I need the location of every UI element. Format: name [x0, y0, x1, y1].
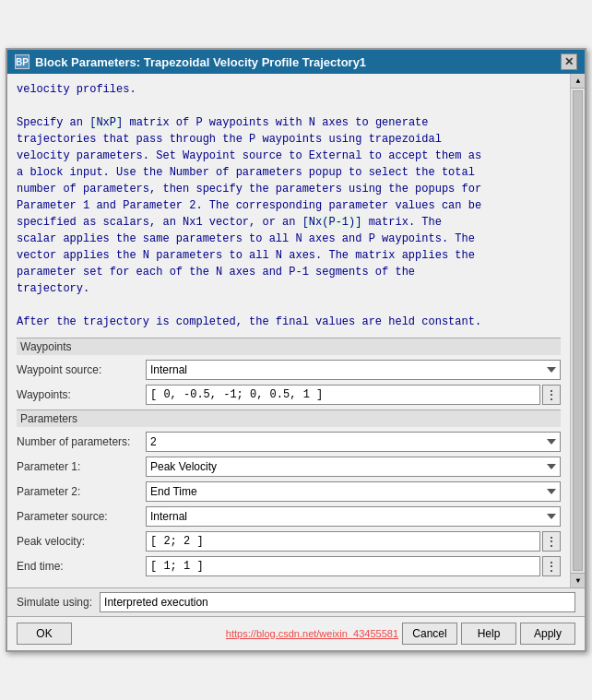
scroll-up-button[interactable]: ▲: [571, 74, 585, 89]
desc-line-2: Specify an [NxP] matrix of P waypoints w…: [17, 114, 561, 131]
main-body: velocity profiles. Specify an [NxP] matr…: [7, 74, 585, 587]
param2-dropdown[interactable]: Peak Velocity End Time: [146, 481, 561, 502]
desc-line-4: velocity parameters. Set Waypoint source…: [17, 148, 561, 164]
peak-velocity-row: Peak velocity: ⋮: [17, 530, 561, 552]
scroll-thumb[interactable]: [573, 90, 583, 571]
main-window: BP Block Parameters: Trapezoidal Velocit…: [6, 48, 586, 652]
waypoints-ellipsis-button[interactable]: ⋮: [542, 385, 561, 405]
ellipsis-icon: ⋮: [546, 388, 557, 401]
param-source-row: Parameter source: Internal External: [17, 505, 561, 528]
end-time-control: ⋮: [146, 556, 561, 576]
waypoints-control: ⋮: [146, 385, 561, 405]
window-icon-text: BP: [16, 57, 29, 67]
waypoint-source-row: Waypoint source: Internal External: [17, 359, 561, 381]
simulate-dropdown[interactable]: Interpreted execution Code generation: [100, 592, 575, 612]
ok-button[interactable]: OK: [17, 623, 72, 645]
apply-button[interactable]: Apply: [520, 623, 575, 645]
bottom-buttons: OK: [17, 623, 72, 645]
param-source-dropdown[interactable]: Internal External: [146, 506, 561, 527]
scroll-down-button[interactable]: ▼: [571, 573, 585, 587]
bottom-bar: OK https://blog.csdn.net/weixin_43455581…: [7, 616, 585, 650]
window-icon: BP: [15, 54, 30, 69]
peak-velocity-label: Peak velocity:: [17, 535, 146, 548]
param1-dropdown[interactable]: Peak Velocity End Time: [146, 457, 561, 477]
num-params-control: 1 2 3: [146, 432, 561, 452]
help-button[interactable]: Help: [461, 623, 516, 645]
waypoints-row: Waypoints: ⋮: [17, 384, 561, 406]
desc-line-1: velocity profiles.: [17, 81, 561, 98]
close-icon: ✕: [564, 55, 574, 68]
window-title: Block Parameters: Trapezoidal Velocity P…: [35, 55, 366, 69]
param1-control: Peak Velocity End Time: [146, 457, 561, 477]
waypoints-input[interactable]: [146, 385, 540, 405]
cancel-button[interactable]: Cancel: [402, 623, 457, 645]
peak-velocity-input[interactable]: [146, 531, 540, 552]
title-bar: BP Block Parameters: Trapezoidal Velocit…: [7, 50, 585, 74]
waypoint-source-control: Internal External: [146, 360, 561, 380]
num-params-row: Number of parameters: 1 2 3: [17, 431, 561, 453]
param2-row: Parameter 2: Peak Velocity End Time: [17, 481, 561, 503]
parameters-section-header: Parameters: [17, 409, 561, 427]
param-source-control: Internal External: [146, 506, 561, 527]
waypoints-section-header: Waypoints: [17, 338, 561, 355]
desc-line-7: Parameter 1 and Parameter 2. The corresp…: [17, 197, 561, 214]
num-params-label: Number of parameters:: [17, 435, 146, 448]
desc-line-5: a block input. Use the Number of paramet…: [17, 164, 561, 181]
watermark-link[interactable]: https://blog.csdn.net/weixin_43455581: [226, 628, 398, 639]
peak-velocity-ellipsis-button[interactable]: ⋮: [542, 531, 561, 552]
description-block: velocity profiles. Specify an [NxP] matr…: [17, 81, 561, 330]
desc-line-8: specified as scalars, an Nx1 vector, or …: [17, 214, 561, 231]
desc-line-10: vector applies the N parameters to all N…: [17, 247, 561, 264]
desc-line-9: scalar applies the same parameters to al…: [17, 231, 561, 247]
waypoints-label: Waypoints:: [17, 388, 146, 401]
title-bar-left: BP Block Parameters: Trapezoidal Velocit…: [15, 54, 366, 69]
waypoint-source-dropdown[interactable]: Internal External: [146, 360, 561, 380]
num-params-dropdown[interactable]: 1 2 3: [146, 432, 561, 452]
end-time-label: End time:: [17, 560, 146, 573]
param2-label: Parameter 2:: [17, 485, 146, 498]
peak-velocity-ellipsis-icon: ⋮: [546, 535, 557, 548]
end-time-input[interactable]: [146, 556, 540, 576]
param-source-label: Parameter source:: [17, 510, 146, 523]
end-time-ellipsis-button[interactable]: ⋮: [542, 556, 561, 576]
desc-line-12: trajectory.: [17, 280, 561, 297]
waypoint-source-label: Waypoint source:: [17, 363, 146, 376]
desc-line-11: parameter set for each of the N axes and…: [17, 264, 561, 280]
param1-label: Parameter 1:: [17, 460, 146, 473]
right-buttons: https://blog.csdn.net/weixin_43455581 Ca…: [226, 623, 575, 645]
desc-line-6: number of parameters, then specify the p…: [17, 181, 561, 197]
peak-velocity-control: ⋮: [146, 531, 561, 552]
desc-line-3: trajectories that pass through the P way…: [17, 131, 561, 148]
end-time-ellipsis-icon: ⋮: [546, 560, 557, 573]
scroll-up-icon: ▲: [576, 77, 581, 85]
desc-line-13: After the trajectory is completed, the f…: [17, 314, 561, 330]
simulate-row: Simulate using: Interpreted execution Co…: [7, 587, 585, 616]
param1-row: Parameter 1: Peak Velocity End Time: [17, 456, 561, 478]
scroll-down-icon: ▼: [576, 576, 581, 585]
end-time-row: End time: ⋮: [17, 555, 561, 577]
param2-control: Peak Velocity End Time: [146, 481, 561, 502]
vertical-scrollbar[interactable]: ▲ ▼: [570, 74, 585, 587]
simulate-label: Simulate using:: [17, 596, 92, 609]
close-button[interactable]: ✕: [561, 53, 577, 70]
scrollable-content: velocity profiles. Specify an [NxP] matr…: [7, 74, 570, 587]
